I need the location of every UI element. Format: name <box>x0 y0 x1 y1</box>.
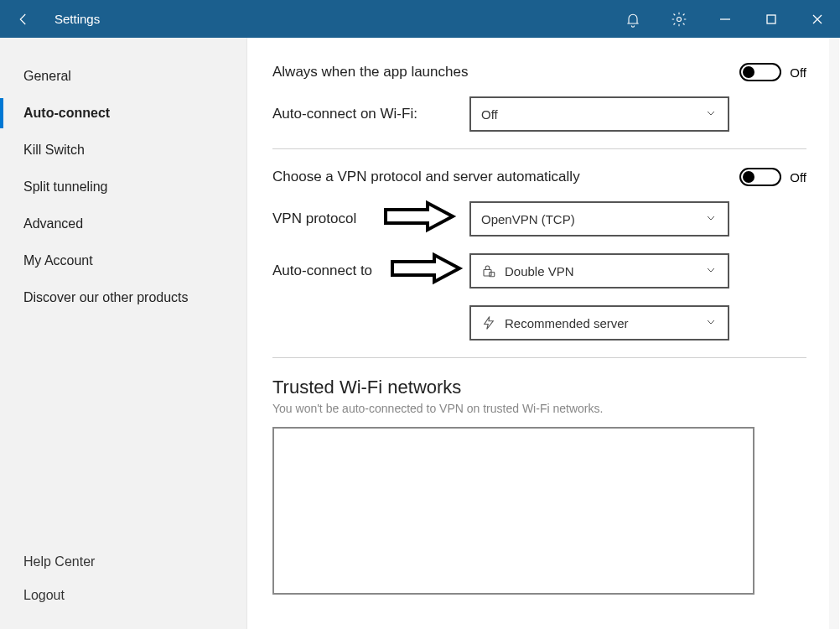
nav-kill-switch[interactable]: Kill Switch <box>0 132 246 169</box>
notifications-icon[interactable] <box>609 0 656 38</box>
lightning-icon <box>481 315 496 330</box>
chevron-down-icon <box>704 315 718 331</box>
trusted-subtitle: You won't be auto-connected to VPN on tr… <box>272 402 806 415</box>
settings-gear-icon[interactable] <box>656 0 702 38</box>
nav-my-account[interactable]: My Account <box>0 242 246 279</box>
nav-advanced[interactable]: Advanced <box>0 205 246 242</box>
main-panel: Always when the app launches Off Auto-co… <box>247 38 840 629</box>
scrollbar[interactable] <box>829 38 839 629</box>
connect-to-select-value: Double VPN <box>505 264 574 278</box>
nav-split-tunneling[interactable]: Split tunneling <box>0 169 246 205</box>
back-button[interactable] <box>0 0 46 38</box>
lock-icon <box>481 263 496 278</box>
server-select[interactable]: Recommended server <box>469 305 729 340</box>
always-launch-state: Off <box>790 65 806 80</box>
titlebar: Settings <box>0 0 840 38</box>
always-launch-toggle[interactable] <box>739 63 781 81</box>
wifi-select-value: Off <box>481 107 498 122</box>
svg-rect-2 <box>767 15 775 23</box>
always-launch-label: Always when the app launches <box>272 64 739 81</box>
divider <box>272 357 806 358</box>
wifi-label: Auto-connect on Wi-Fi: <box>272 106 469 122</box>
connect-to-select[interactable]: Double VPN <box>469 253 729 289</box>
chevron-down-icon <box>704 211 718 227</box>
annotation-arrow-icon <box>381 200 457 237</box>
protocol-select-value: OpenVPN (TCP) <box>481 212 575 226</box>
chevron-down-icon <box>704 107 718 122</box>
nav-general[interactable]: General <box>0 58 246 95</box>
minimize-button[interactable] <box>702 0 748 38</box>
auto-protocol-label: Choose a VPN protocol and server automat… <box>272 169 739 185</box>
nav-logout[interactable]: Logout <box>0 579 246 612</box>
auto-protocol-toggle[interactable] <box>739 168 781 186</box>
protocol-select[interactable]: OpenVPN (TCP) <box>469 201 729 237</box>
close-button[interactable] <box>794 0 840 38</box>
auto-protocol-state: Off <box>790 170 806 185</box>
nav-help-center[interactable]: Help Center <box>0 545 246 579</box>
server-select-value: Recommended server <box>505 316 629 330</box>
wifi-select[interactable]: Off <box>469 96 729 132</box>
nav-discover-products[interactable]: Discover our other products <box>0 279 246 316</box>
window-title: Settings <box>54 12 100 26</box>
trusted-networks-list[interactable] <box>272 427 754 595</box>
nav-auto-connect[interactable]: Auto-connect <box>0 95 246 132</box>
divider <box>272 148 806 149</box>
svg-rect-5 <box>484 270 491 277</box>
maximize-button[interactable] <box>748 0 794 38</box>
svg-point-0 <box>677 17 681 21</box>
sidebar: General Auto-connect Kill Switch Split t… <box>0 38 247 629</box>
annotation-arrow-icon <box>388 252 464 289</box>
trusted-title: Trusted Wi-Fi networks <box>272 377 806 398</box>
chevron-down-icon <box>704 263 718 279</box>
